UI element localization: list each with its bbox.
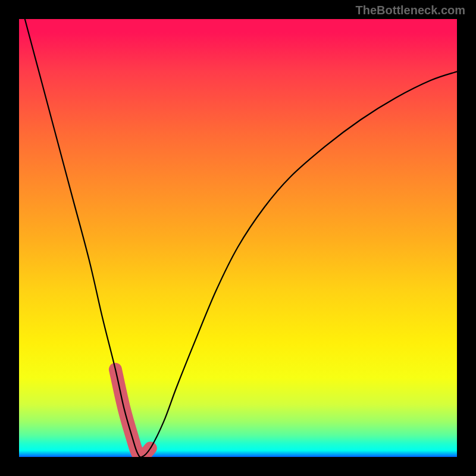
watermark-text: TheBottleneck.com (356, 4, 465, 17)
chart-plot-area (19, 19, 457, 457)
bottleneck-curve-svg (19, 19, 457, 457)
optimal-zone-highlight (115, 369, 151, 457)
bottleneck-curve-line (19, 19, 457, 457)
